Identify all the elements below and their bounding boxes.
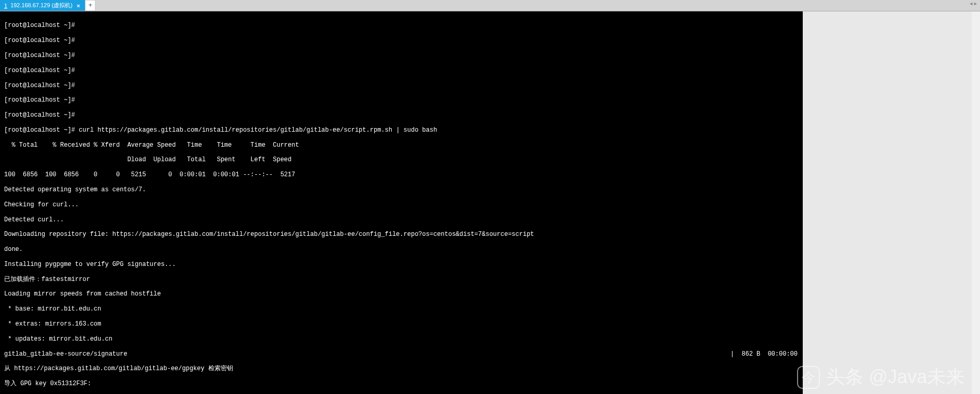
output-line: Loading mirror speeds from cached hostfi… xyxy=(4,290,799,298)
output-line: gitlab_gitlab-ee-source/signature| 862 B… xyxy=(4,350,799,358)
output-line: * extras: mirrors.163.com xyxy=(4,320,799,328)
vertical-scrollbar[interactable] xyxy=(972,11,980,394)
output-line: 100 6856 100 6856 0 0 5215 0 0:00:01 0:0… xyxy=(4,171,799,178)
tab-index: 1 xyxy=(4,3,7,9)
prompt-line: [root@localhost ~]# xyxy=(4,96,799,104)
tab-label: 192.168.67.129 (虚拟机) xyxy=(10,2,73,9)
output-line: Detected curl... xyxy=(4,216,799,223)
close-icon[interactable]: × xyxy=(76,3,81,9)
output-line: 导入 GPG key 0x51312F3F: xyxy=(4,380,799,387)
output-line: 已加载插件：fastestmirror xyxy=(4,276,799,283)
output-line: Checking for curl... xyxy=(4,201,799,208)
output-line: * base: mirror.bit.edu.cn xyxy=(4,305,799,313)
output-line: Detected operating system as centos/7. xyxy=(4,186,799,193)
prompt-line: [root@localhost ~]# xyxy=(4,37,799,44)
terminal[interactable]: [root@localhost ~]# [root@localhost ~]# … xyxy=(0,11,803,394)
prompt-line: [root@localhost ~]# xyxy=(4,22,799,29)
nav-right-icon[interactable]: ► xyxy=(974,2,977,7)
prompt-line: [root@localhost ~]# xyxy=(4,82,799,89)
empty-panel xyxy=(803,11,972,394)
output-line: Dload Upload Total Spent Left Speed xyxy=(4,156,799,163)
tab-bar: 1 192.168.67.129 (虚拟机) × + ◄ ► xyxy=(0,0,980,11)
prompt-line: [root@localhost ~]# xyxy=(4,52,799,59)
output-line: done. xyxy=(4,246,799,253)
output-line: % Total % Received % Xferd Average Speed… xyxy=(4,142,799,149)
prompt-line: [root@localhost ~]# xyxy=(4,67,799,74)
session-tab[interactable]: 1 192.168.67.129 (虚拟机) × xyxy=(0,0,85,11)
output-line: * updates: mirror.bit.edu.cn xyxy=(4,335,799,343)
command-line: [root@localhost ~]# curl https://package… xyxy=(4,126,799,134)
prompt-line: [root@localhost ~]# xyxy=(4,111,799,119)
tab-nav: ◄ ► xyxy=(970,2,977,7)
output-line: Installing pygpgme to verify GPG signatu… xyxy=(4,261,799,268)
output-line: Downloading repository file: https://pac… xyxy=(4,231,799,238)
nav-left-icon[interactable]: ◄ xyxy=(970,2,972,7)
new-tab-button[interactable]: + xyxy=(85,0,95,11)
output-line: 从 https://packages.gitlab.com/gitlab/git… xyxy=(4,365,799,372)
